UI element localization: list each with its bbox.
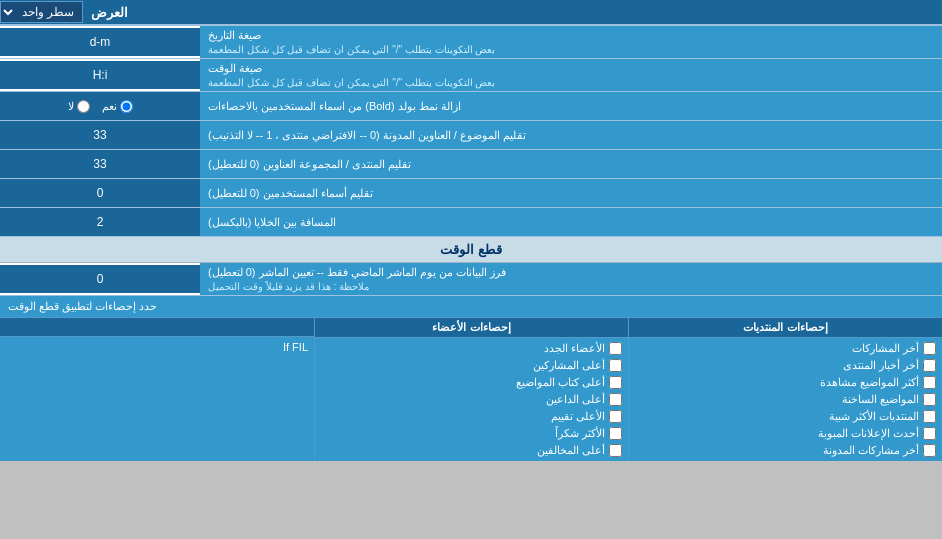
list-item: أعلى المشاركين (321, 357, 622, 374)
checkbox-post-2[interactable] (923, 376, 936, 389)
if-fil-label: If FIL (6, 339, 308, 355)
bold-remove-options: نعم لا (0, 92, 200, 120)
header-label: العرض (91, 5, 128, 20)
stats-grid: إحصاءات المنتديات أخر المشاركات أخر أخبا… (0, 318, 942, 461)
topic-addr-trim-row: تقليم الموضوع / العناوين المدونة (0 -- ا… (0, 121, 942, 150)
topic-addr-trim-field[interactable] (8, 128, 192, 142)
stats-col-other: If FIL (0, 318, 314, 461)
date-format-row: صيغة التاريخ بعض التكوينات يتطلب "/" الت… (0, 26, 942, 59)
checkbox-mem-4[interactable] (609, 410, 622, 423)
forum-group-trim-row: تقليم المنتدى / المجموعة العناوين (0 للت… (0, 150, 942, 179)
stats-posts-list: أخر المشاركات أخر أخبار المنتدى أكثر الم… (629, 338, 942, 461)
list-item: أعلى كتاب المواضيع (321, 374, 622, 391)
stats-col-posts: إحصاءات المنتديات أخر المشاركات أخر أخبا… (628, 318, 942, 461)
checkbox-post-1[interactable] (923, 359, 936, 372)
bold-remove-row: ازالة نمط بولد (Bold) من اسماء المستخدمي… (0, 92, 942, 121)
cell-distance-field[interactable] (8, 215, 192, 229)
radio-yes[interactable]: نعم (102, 100, 133, 113)
forum-group-trim-field[interactable] (8, 157, 192, 171)
username-trim-input-container (0, 179, 200, 207)
list-item: الأعضاء الجدد (321, 340, 622, 357)
time-cut-section-header: قطع الوقت (0, 237, 942, 263)
radio-no[interactable]: لا (68, 100, 90, 113)
list-item: أعلى المخالفين (321, 442, 622, 459)
checkbox-post-5[interactable] (923, 427, 936, 440)
list-item: المواضيع الساخنة (635, 391, 936, 408)
checkbox-mem-1[interactable] (609, 359, 622, 372)
forum-group-trim-input-container (0, 150, 200, 178)
time-format-label: صيغة الوقت بعض التكوينات يتطلب "/" التي … (200, 59, 942, 91)
list-item: أخر مشاركات المدونة (635, 442, 936, 459)
time-format-field[interactable] (8, 68, 192, 82)
list-item: أكثر المواضيع مشاهدة (635, 374, 936, 391)
topic-addr-trim-input-container (0, 121, 200, 149)
checkbox-post-3[interactable] (923, 393, 936, 406)
stats-other-header (0, 318, 314, 337)
time-cut-filter-field[interactable] (8, 272, 192, 286)
date-format-input-container (0, 28, 200, 56)
checkbox-mem-6[interactable] (609, 444, 622, 457)
stats-members-header: إحصاءات الأعضاء (315, 318, 628, 338)
username-trim-field[interactable] (8, 186, 192, 200)
time-format-row: صيغة الوقت بعض التكوينات يتطلب "/" التي … (0, 59, 942, 92)
limit-label-row: حدد إحصاءات لتطبيق قطع الوقت (0, 296, 942, 318)
list-item: أحدث الإعلانات المبوبة (635, 425, 936, 442)
time-cut-filter-label: فرز البيانات من يوم الماشر الماضي فقط --… (200, 263, 942, 295)
username-trim-label: تقليم أسماء المستخدمين (0 للتعطيل) (200, 179, 942, 207)
checkbox-post-6[interactable] (923, 444, 936, 457)
list-item: الأعلى تقييم (321, 408, 622, 425)
cell-distance-label: المسافة بين الخلايا (بالبكسل) (200, 208, 942, 236)
checkbox-post-4[interactable] (923, 410, 936, 423)
main-container: العرض سطر واحد سطرين ثلاثة أسطر صيغة الت… (0, 0, 942, 461)
checkbox-mem-0[interactable] (609, 342, 622, 355)
date-format-field[interactable] (8, 35, 192, 49)
list-item: أخر المشاركات (635, 340, 936, 357)
time-cut-filter-input-container (0, 265, 200, 293)
checkbox-mem-2[interactable] (609, 376, 622, 389)
cell-distance-row: المسافة بين الخلايا (بالبكسل) (0, 208, 942, 237)
time-format-input-container (0, 61, 200, 89)
bold-remove-label: ازالة نمط بولد (Bold) من اسماء المستخدمي… (200, 92, 942, 120)
list-item: الأكثر شكراً (321, 425, 622, 442)
time-cut-filter-row: فرز البيانات من يوم الماشر الماضي فقط --… (0, 263, 942, 296)
stats-other-content: If FIL (0, 337, 314, 357)
cell-distance-input-container (0, 208, 200, 236)
checkbox-mem-3[interactable] (609, 393, 622, 406)
forum-group-trim-label: تقليم المنتدى / المجموعة العناوين (0 للت… (200, 150, 942, 178)
topic-addr-trim-label: تقليم الموضوع / العناوين المدونة (0 -- ا… (200, 121, 942, 149)
checkbox-post-0[interactable] (923, 342, 936, 355)
list-item: أخر أخبار المنتدى (635, 357, 936, 374)
date-format-label: صيغة التاريخ بعض التكوينات يتطلب "/" الت… (200, 26, 942, 58)
checkbox-mem-5[interactable] (609, 427, 622, 440)
stats-members-list: الأعضاء الجدد أعلى المشاركين أعلى كتاب ا… (315, 338, 628, 461)
stats-col-members: إحصاءات الأعضاء الأعضاء الجدد أعلى المشا… (314, 318, 628, 461)
stats-section: حدد إحصاءات لتطبيق قطع الوقت إحصاءات الم… (0, 296, 942, 461)
list-item: أعلى الداعين (321, 391, 622, 408)
header-row: العرض سطر واحد سطرين ثلاثة أسطر (0, 0, 942, 26)
stats-posts-header: إحصاءات المنتديات (629, 318, 942, 338)
list-item: المنتديات الأكثر شبية (635, 408, 936, 425)
username-trim-row: تقليم أسماء المستخدمين (0 للتعطيل) (0, 179, 942, 208)
display-dropdown[interactable]: سطر واحد سطرين ثلاثة أسطر (0, 1, 83, 23)
limit-label-text: حدد إحصاءات لتطبيق قطع الوقت (0, 296, 942, 317)
